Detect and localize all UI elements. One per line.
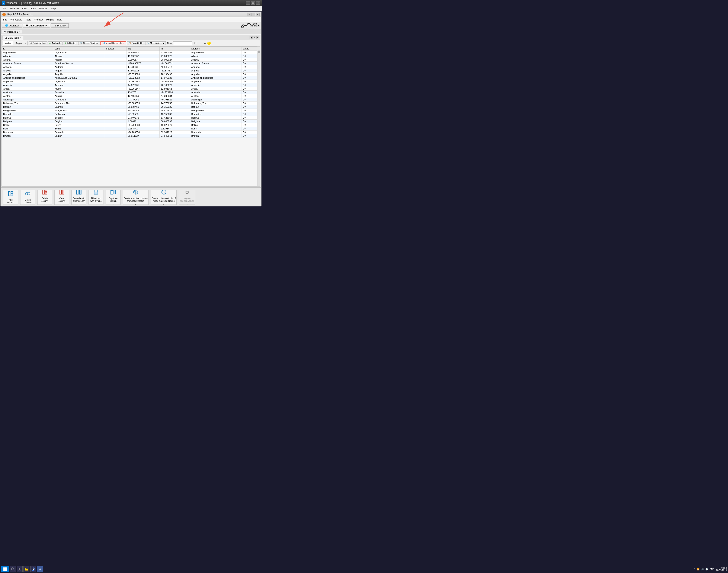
tab-edges[interactable]: Edges [14,41,24,46]
table-row[interactable]: ArubaAruba-69.96184712.501363ArubaOK [2,87,260,91]
table-cell: Angola [53,69,105,72]
fill-column-btn[interactable]: Fill columnwith a value ▾ [89,190,103,205]
gephi-maximize-btn[interactable]: □ [252,13,255,16]
graph-icon: ⚬ [24,42,26,44]
copy-data-btn[interactable]: Copy data toother column ▾ [71,190,87,205]
vbox-menu-machine[interactable]: Machine [8,7,20,10]
duplicate-column-btn[interactable]: Duplicatecolumn ▾ [106,190,120,205]
table-cell: Bhutan [53,134,105,138]
configuration-btn[interactable]: ⚙ Configuration [29,41,47,45]
table-row[interactable]: BhutanBhutan90.51192727.549511BhutanOK [2,134,260,138]
table-row[interactable]: Bahamas, TheBahamas, The-78.00005524.773… [2,102,260,105]
table-row[interactable]: AngolaAngola17.569124-11.877577AngolaOK [2,69,260,72]
delete-column-btn[interactable]: Deletecolumn ▾ [37,190,52,205]
table-cell: Bahamas, The [53,102,105,105]
create-list-btn[interactable]: Create column with list ofregex matching… [151,190,177,205]
negate-boolean-btn[interactable]: Negateboolean values ▾ [179,190,195,205]
more-actions-btn[interactable]: 🔧 More actions ▾ [145,41,166,45]
table-row[interactable]: AzerbaijanAzerbaijan47.78725140.393629Az… [2,98,260,102]
table-row[interactable]: BermudaBermuda-64.76035832.301822Bermuda… [2,131,260,134]
table-row[interactable]: AfghanistanAfghanistan64.99984733.000087… [2,51,260,54]
vbox-menu-file[interactable]: File [1,7,8,10]
gephi-minimize-btn[interactable]: − [247,13,251,16]
workspace-tab[interactable]: Workspace 1 × [2,30,22,34]
preview-btn[interactable]: 🖥 Preview [51,23,69,28]
filter-lightbulb-icon[interactable]: 💡 [207,42,211,45]
clear-column-btn[interactable]: Clearcolumn ▾ [54,190,69,205]
delete-column-icon [42,189,48,196]
export-table-btn[interactable]: 📋 Export table [127,41,145,45]
more-actions-label: More actions [150,42,162,44]
import-icon: 📊 [102,42,105,44]
panel-nav-right[interactable]: ▶ [253,36,256,39]
table-row[interactable]: AnguillaAnguilla-63.07502318.195495Angui… [2,72,260,76]
table-row[interactable]: BangladeshBangladesh90.29324324.476878Ba… [2,109,260,112]
merge-columns-btn[interactable]: Mergecolumns [20,190,35,205]
table-row[interactable]: BeninBenin2.2584419.529347BeninOK [2,127,260,131]
table-row[interactable]: AlgeriaAlgeria2.99998328.000027AlgeriaOK [2,58,260,62]
table-row[interactable]: BahrainBahrain50.53446126.155125BahrainO… [2,105,260,109]
table-row[interactable]: ArmeniaArmenia44.67366540.769627ArmeniaO… [2,84,260,87]
overview-btn[interactable]: 🌐 Overview [2,23,22,28]
table-row[interactable]: American SamoaAmerican Samoa-170.695975-… [2,62,260,65]
panel-nav-down[interactable]: ▼ [256,36,259,39]
table-cell [105,72,126,76]
bottom-toolbar: Addcolumn Mergecolumns Deletecolumn ▾ Cl… [1,188,261,206]
add-edge-btn[interactable]: ⊕ Add edge [63,41,78,45]
table-cell [105,120,126,123]
filter-input[interactable] [173,41,192,45]
add-column-btn[interactable]: Addcolumn [3,190,18,205]
vbox-minimize-btn[interactable]: − [246,1,250,5]
table-row[interactable]: AustriaAustria13.19995947.200034AustriaO… [2,94,260,98]
vbox-menu-devices[interactable]: Devices [37,7,49,10]
table-row[interactable]: BelgiumBelgium4.6669650.640735BelgiumOK [2,120,260,123]
table-row[interactable]: AustraliaAustralia134.755-24.776108Austr… [2,91,260,94]
table-cell: Anguilla [53,72,105,76]
table-row[interactable]: BelarusBelarus27.69713653.425061BelarusO… [2,116,260,120]
vertical-scrollbar[interactable] [257,47,260,187]
tab-nodes[interactable]: Nodes [3,41,13,45]
table-row[interactable]: ArgentinaArgentina-64.967282-34.996496Ar… [2,80,260,84]
data-table-tab[interactable]: ⊞ Data Table × [3,36,23,40]
gephi-close-btn[interactable]: × [256,13,260,16]
fill-column-arrow: ▾ [96,203,97,205]
table-cell: 32.301822 [160,131,190,134]
gephi-logo-icon [2,13,6,16]
table-row[interactable]: AndorraAndorra1.57320342.540717AndorraOK [2,65,260,69]
gephi-menu-file[interactable]: File [1,18,9,21]
table-cell [105,127,126,131]
search-replace-btn[interactable]: 🔍 Search/Replace [78,41,100,45]
vbox-menu-input[interactable]: Input [29,7,37,10]
table-cell: -14.300631 [160,62,190,65]
workspace-close-btn[interactable]: × [19,31,20,33]
table-row[interactable]: BelizeBelize-88.76009316.825979BelizeOK [2,123,260,127]
add-node-btn[interactable]: ⊕ Add node [48,41,62,45]
table-cell: 40.769627 [160,84,190,87]
table-cell [105,116,126,120]
import-spreadsheet-btn[interactable]: 📊 Import Spreadsheet [100,41,126,45]
table-row[interactable]: AlbaniaAlbania19.99996241.000028AlbaniaO… [2,54,260,58]
create-boolean-btn[interactable]: Create a boolean columnfrom regex match … [123,190,149,205]
table-cell: Bahrain [2,105,53,109]
gephi-menu-workspace[interactable]: Workspace [9,18,24,21]
gephi-menu-window[interactable]: Window [33,18,44,21]
gephi-menu-plugins[interactable]: Plugins [44,18,55,21]
panel-nav-left[interactable]: ◀ [250,36,253,39]
vbox-menu-view[interactable]: View [20,7,29,10]
vbox-menu-help[interactable]: Help [49,7,58,10]
svg-point-0 [242,25,244,28]
table-cell: Belarus [2,116,53,120]
table-cell: 24.476878 [160,109,190,112]
table-row[interactable]: Antigua and BarbudaAntigua and Barbuda-6… [2,76,260,80]
gephi-menu-help[interactable]: Help [55,18,64,21]
vbox-maximize-btn[interactable]: □ [251,1,255,5]
gephi-menu-tools[interactable]: Tools [24,18,33,21]
data-laboratory-btn[interactable]: ⊞ Data Laboratory [23,23,50,28]
table-cell: Austria [2,94,53,98]
data-table-close-btn[interactable]: × [19,37,21,39]
table-cell: Benin [2,127,53,131]
table-row[interactable]: BarbadosBarbados-59.5250313.150033Barbad… [2,112,260,116]
filter-column-select[interactable]: Id Label lng lat address status [193,41,207,45]
table-cell: 2.999983 [126,58,160,62]
vbox-close-btn[interactable]: × [256,1,260,5]
